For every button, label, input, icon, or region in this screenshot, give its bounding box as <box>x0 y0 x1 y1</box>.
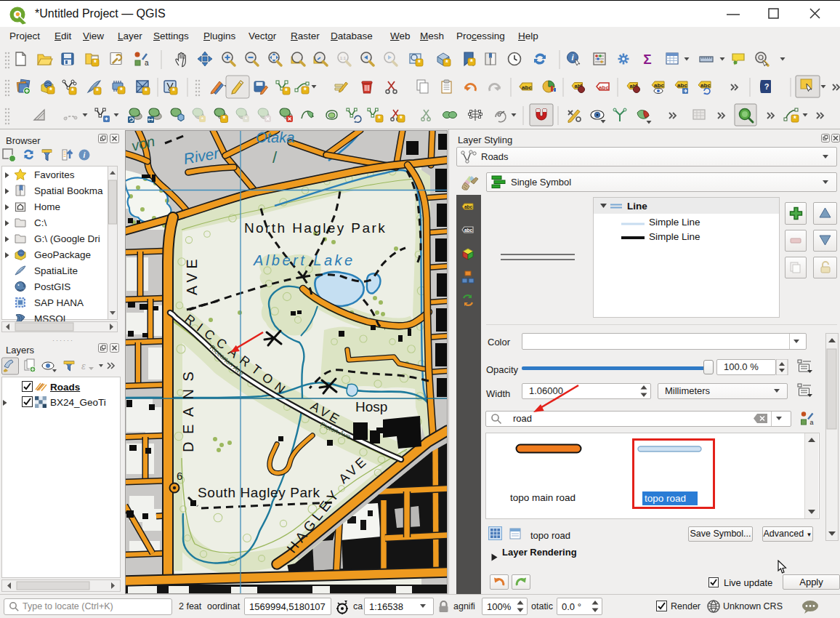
svg-text:*: * <box>470 58 473 66</box>
svg-text:*: * <box>400 115 403 123</box>
svg-text:abc: abc <box>522 84 532 91</box>
svg-text:DEANS: DEANS <box>180 364 196 452</box>
svg-text:South Hagley Park: South Hagley Park <box>198 485 320 500</box>
svg-text:*: * <box>793 115 796 123</box>
svg-text:North Hagley Park: North Hagley Park <box>244 220 387 236</box>
svg-text:*: * <box>201 116 204 123</box>
svg-text:Σ: Σ <box>643 52 651 67</box>
svg-text:*: * <box>96 87 99 95</box>
svg-text:abc: abc <box>677 82 687 89</box>
svg-text:*: * <box>304 87 307 95</box>
svg-text:*: * <box>223 115 226 123</box>
svg-text:?: ? <box>764 82 770 91</box>
svg-text:*: * <box>49 87 52 95</box>
svg-text:abc: abc <box>654 82 664 89</box>
svg-text:*: * <box>94 59 97 67</box>
svg-text:abc: abc <box>599 84 609 91</box>
svg-text:*: * <box>245 116 248 123</box>
svg-text:a: a <box>810 419 814 426</box>
svg-text:abc: abc <box>464 204 473 209</box>
svg-text:*: * <box>418 59 421 67</box>
svg-text:*: * <box>378 115 381 123</box>
svg-text:/: / <box>272 148 278 166</box>
svg-text:*: * <box>172 87 175 95</box>
svg-text:a: a <box>145 59 149 67</box>
svg-text:6: 6 <box>177 470 182 482</box>
svg-text:*: * <box>445 59 448 67</box>
svg-text:i: i <box>84 151 86 159</box>
svg-text:AVE: AVE <box>184 254 200 295</box>
svg-text:*: * <box>71 87 74 95</box>
svg-text:abc: abc <box>464 228 473 233</box>
svg-text:abc: abc <box>700 82 711 89</box>
svg-text:Ōtaka: Ōtaka <box>256 130 294 145</box>
svg-text:*: * <box>285 87 288 95</box>
svg-text:*: * <box>145 87 148 95</box>
svg-text:ε: ε <box>81 361 86 372</box>
svg-text:*: * <box>120 87 123 95</box>
svg-text:1:1: 1:1 <box>340 56 347 60</box>
svg-text:Albert Lake: Albert Lake <box>253 252 355 268</box>
svg-text:Hosp: Hosp <box>355 399 387 414</box>
